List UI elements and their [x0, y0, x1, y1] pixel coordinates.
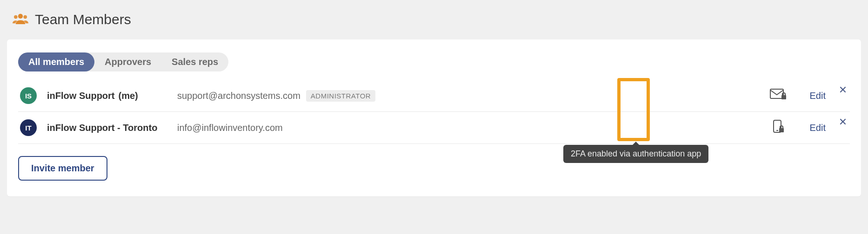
remove-button[interactable] [840, 118, 846, 127]
svg-rect-3 [770, 89, 783, 98]
role-badge: ADMINISTRATOR [306, 90, 375, 102]
member-row: IT inFlow Support - Toronto info@inflowi… [18, 112, 850, 144]
member-name-cell: inFlow Support - Toronto [47, 123, 177, 133]
team-members-panel: All members Approvers Sales reps 2FA ena… [7, 39, 861, 196]
filter-tabs: All members Approvers Sales reps [18, 52, 228, 72]
users-icon [13, 13, 28, 26]
member-name: inFlow Support [47, 91, 115, 101]
page-header: Team Members [7, 7, 861, 39]
svg-rect-9 [779, 128, 784, 132]
tab-sales-reps[interactable]: Sales reps [161, 52, 228, 72]
svg-point-0 [18, 14, 23, 19]
member-email: support@archonsystems.com [177, 91, 300, 101]
svg-rect-4 [781, 95, 786, 99]
edit-button[interactable]: Edit [810, 91, 826, 101]
member-email: info@inflowinventory.com [177, 123, 283, 133]
members-list: 2FA enabled via authentication app IS in… [18, 80, 850, 144]
edit-button[interactable]: Edit [810, 123, 826, 133]
tab-all-members[interactable]: All members [18, 52, 94, 72]
me-label: (me) [119, 91, 138, 101]
mail-lock-icon[interactable] [770, 89, 787, 103]
member-row: IS inFlow Support (me) support@archonsys… [18, 80, 850, 112]
mfa-icon-wrap [765, 120, 791, 136]
remove-button[interactable] [840, 86, 846, 95]
member-name-cell: inFlow Support (me) [47, 91, 177, 101]
invite-member-button[interactable]: Invite member [18, 156, 107, 181]
tab-approvers[interactable]: Approvers [94, 52, 161, 72]
phone-lock-icon[interactable] [771, 120, 785, 136]
mfa-icon-wrap [765, 89, 791, 103]
page-title: Team Members [35, 12, 131, 27]
member-name: inFlow Support - Toronto [47, 123, 157, 133]
svg-point-1 [14, 15, 18, 19]
svg-point-2 [23, 15, 27, 19]
tooltip-2fa-app: 2FA enabled via authentication app [563, 145, 708, 163]
avatar: IS [20, 87, 37, 104]
avatar: IT [20, 119, 37, 136]
